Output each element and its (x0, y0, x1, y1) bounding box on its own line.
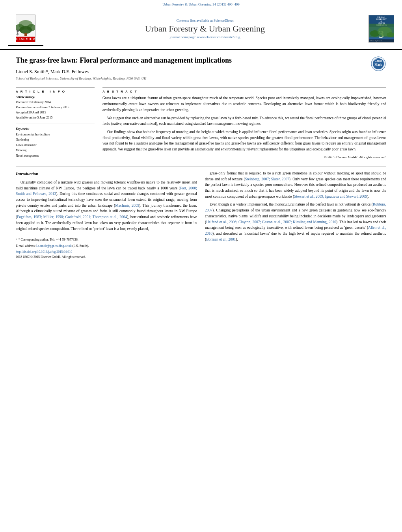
article-title: The grass-free lawn: Floral performance … (16, 56, 367, 65)
keyword-1: Environmental horticulture (16, 132, 95, 137)
ref-helfand[interactable]: Helfand et al., 2006; Clayton, 2007; Gas… (206, 220, 336, 224)
body-left-column: Introduction Originally composed of a mi… (16, 171, 197, 260)
issn-line: 1618-8667/© 2015 Elsevier GmbH. All righ… (16, 255, 197, 260)
email-address: l.s.smith@pgr.reading.ac.uk (36, 244, 72, 248)
keyword-2: Gardening (16, 137, 95, 143)
article-info-header: A R T I C L E I N F O (16, 90, 95, 93)
contents-label: Contents lists available at (177, 19, 213, 22)
history-revised: Received in revised form 7 February 2015 (16, 105, 95, 110)
journal-cover-area: URBAN FORESTRY & URBAN GREENING 3 Volume… (367, 15, 394, 43)
abstract-para-2: We suggest that such an alternative can … (102, 115, 386, 127)
abstract-column: A B S T R A C T Grass lawns are a ubiqui… (102, 87, 386, 160)
section-divider (16, 166, 386, 167)
article-title-section: The grass-free lawn: Floral performance … (16, 56, 386, 84)
history-online: Available online 5 June 2015 (16, 115, 95, 120)
cover-bottom-bar: Volume 14, Issue 3 (369, 39, 394, 42)
doi-text: http://dx.doi.org/10.1016/j.ufug.2015.04… (16, 250, 72, 254)
ref-fort-2000[interactable]: Fort, 2000; Smith and Fellowes, 2013 (16, 186, 197, 196)
footnote-email: E-mail address: l.s.smith@pgr.reading.ac… (16, 244, 197, 248)
abstract-para-1: Grass lawns are a ubiquitous feature of … (102, 95, 386, 113)
ref-stewart-2009[interactable]: Stewart et al., 2009; Ignatieva and Stew… (294, 195, 367, 198)
corresponding-author-text: * Corresponding author. Tel.: +44 794787… (19, 237, 78, 242)
info-abstract-columns: A R T I C L E I N F O Article history: R… (16, 87, 386, 160)
history-title: Article history: (16, 95, 95, 99)
ref-allen[interactable]: Allen et al., 2010 (205, 226, 386, 235)
ref-fogelfors[interactable]: Fogelfors, 1983; Müller, 1990; Godefroid… (17, 215, 127, 219)
history-accepted: Accepted 20 April 2015 (16, 110, 95, 115)
keywords-section: Keywords: Environmental horticulture Gar… (16, 127, 95, 159)
affiliation-line: School of Biological Sciences, Universit… (16, 76, 367, 80)
journal-citation: Urban Forestry & Urban Greening 14 (2015… (162, 2, 240, 6)
email-label-text: E-mail address: (16, 244, 35, 248)
keywords-title: Keywords: (16, 127, 95, 131)
crossmark-badge[interactable]: Cross Mark (370, 56, 386, 72)
ref-macinnis[interactable]: MacInnis, 2009 (115, 204, 139, 208)
elsevier-tree-icon (16, 19, 35, 37)
page-container: Urban Forestry & Urban Greening 14 (2015… (0, 0, 402, 532)
homepage-link[interactable]: www.elsevier.com/locate/ufug (197, 35, 240, 39)
ref-borman[interactable]: Borman et al., 2001 (206, 237, 236, 241)
article-content: The grass-free lawn: Floral performance … (0, 50, 402, 264)
crossmark-icon: Cross Mark (370, 56, 386, 72)
journal-center-info: Contents lists available at ScienceDirec… (43, 19, 367, 39)
svg-text:Mark: Mark (374, 63, 382, 67)
intro-right-para-1: grass-only format that is required to be… (205, 171, 386, 200)
journal-header: ELSEVIER Contents lists available at Sci… (0, 8, 402, 50)
abstract-para-3: Our findings show that both the frequenc… (102, 129, 386, 152)
ref-steinberg[interactable]: Steinberg, 2007; Slater, 2007 (245, 177, 289, 181)
keyword-3: Lawn alternative (16, 143, 95, 148)
homepage-label: journal homepage: (170, 35, 196, 39)
abstract-text: Grass lawns are a ubiquitous feature of … (102, 95, 386, 160)
svg-text:Cross: Cross (374, 59, 382, 63)
history-received: Received 18 February 2014 (16, 100, 95, 105)
introduction-header: Introduction (16, 171, 197, 177)
journal-cover-box: URBAN FORESTRY & URBAN GREENING 3 Volume… (368, 15, 394, 43)
top-link-bar: Urban Forestry & Urban Greening 14 (2015… (0, 0, 402, 8)
elsevier-logo-box: ELSEVIER (16, 15, 35, 42)
article-title-text: The grass-free lawn: Floral performance … (16, 56, 367, 84)
author-names: Lionel S. Smith*, Mark D.E. Fellowes (16, 69, 89, 74)
keyword-5: Novel ecosystems (16, 153, 95, 159)
body-right-column: grass-only format that is required to be… (205, 171, 386, 260)
elsevier-label-text: ELSEVIER (16, 37, 35, 42)
journal-title: Urban Forestry & Urban Greening (43, 24, 367, 34)
svg-point-5 (17, 30, 19, 32)
cover-bottom-text: Volume 14, Issue 3 (370, 40, 393, 42)
footnote-corresponding: * * Corresponding author. Tel.: +44 7947… (16, 237, 197, 242)
contents-available-line: Contents lists available at ScienceDirec… (43, 19, 367, 22)
footer-area: * * Corresponding author. Tel.: +44 7947… (16, 234, 197, 260)
sciencedirect-link[interactable]: ScienceDirect (214, 19, 233, 22)
article-history-section: Article history: Received 18 February 20… (16, 95, 95, 124)
article-info-column: A R T I C L E I N F O Article history: R… (16, 87, 95, 160)
svg-rect-4 (24, 33, 27, 36)
doi-link[interactable]: http://dx.doi.org/10.1016/j.ufug.2015.04… (16, 250, 197, 254)
email-link[interactable]: l.s.smith@pgr.reading.ac.uk (36, 244, 72, 248)
abstract-copyright: © 2015 Elsevier GmbH. All rights reserve… (102, 155, 386, 160)
abstract-header: A B S T R A C T (102, 90, 386, 93)
homepage-line: journal homepage: www.elsevier.com/locat… (43, 35, 367, 39)
keyword-4: Mowing (16, 148, 95, 153)
ref-robbins[interactable]: Robbins, 2007 (205, 202, 386, 212)
cover-image-icon (369, 24, 394, 37)
body-two-column: Introduction Originally composed of a mi… (16, 171, 386, 260)
authors-line: Lionel S. Smith*, Mark D.E. Fellowes (16, 69, 367, 75)
email-note-text: (L.S. Smith). (73, 244, 89, 248)
intro-left-para: Originally composed of a mixture wild gr… (16, 180, 197, 232)
intro-right-para-2: Even though it is widely implemented, th… (205, 202, 386, 242)
elsevier-logo-area: ELSEVIER (8, 11, 43, 46)
